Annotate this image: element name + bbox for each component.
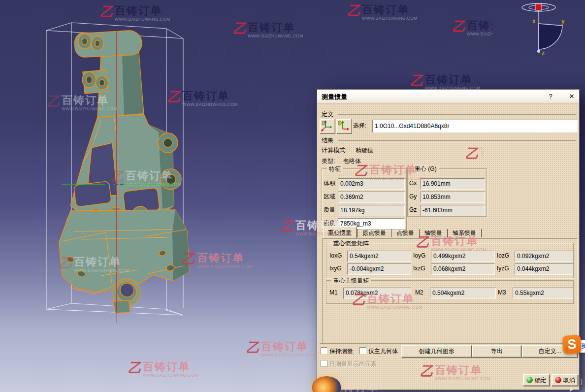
iyzg-label: IyzG (497, 263, 509, 274)
definition-section-label: 定义 (322, 110, 333, 119)
dialog-titlebar[interactable]: 测量惯量 ? ✕ (317, 90, 579, 103)
compass-red-handle (535, 4, 542, 10)
area-label: 区域 (324, 192, 335, 202)
type-value: 包络体 (343, 156, 361, 166)
m3-label: M3 (498, 288, 506, 298)
compass-z-label: z (542, 50, 545, 57)
catia-screenshot: { "watermark": { "logo": "乙", "text": "百… (0, 0, 585, 392)
tab-point-inertia[interactable]: 点惯量 (392, 228, 419, 238)
axis-system-button-1[interactable] (320, 119, 335, 134)
ixyg-label: IxyG (329, 263, 342, 274)
gy-label: Gy (409, 192, 417, 202)
mass-field: 18.197kg (338, 205, 405, 216)
selection-input[interactable]: 1.0G10...Gxd41D880A6qx8r (372, 120, 578, 132)
ioxg-label: IoxG (329, 251, 342, 261)
gx-field: 16.901mm (420, 178, 485, 190)
ixzg-label: IxzG (413, 263, 425, 274)
watermark-clipped: 乙 百铸订单 (465, 147, 483, 165)
main-bodies-only-checkbox[interactable] (359, 347, 366, 354)
result-section-label: 结果 (322, 136, 333, 145)
m2-field: 0.504kgxm2 (430, 288, 496, 299)
translator-s-badge[interactable]: S (562, 335, 582, 354)
tab-axis-inertia[interactable]: 轴惯量 (420, 228, 447, 238)
baizhu-logo-icon: 乙 (465, 147, 479, 161)
tab-separator (419, 229, 420, 237)
help-button[interactable]: ? (546, 92, 555, 101)
iyzg-field: 0.044kgxm2 (515, 263, 573, 275)
m1-label: M1 (329, 288, 338, 298)
definition-divider (338, 114, 576, 116)
axis-system-icon-1 (320, 119, 334, 132)
m2-label: M2 (415, 288, 423, 298)
principal-moments-label: 重心主惯量矩 (331, 277, 371, 285)
characteristics-label: 特征 (327, 165, 343, 173)
inertia-matrix-label: 重心惯量矩阵 (331, 239, 371, 248)
compass-y-label: y (561, 18, 565, 25)
mass-label: 质量 (324, 205, 335, 215)
visible-only-label: 只测量显示的元素 (329, 360, 377, 368)
tab-separator (357, 229, 358, 237)
iozg-field: 0.092kgxm2 (515, 251, 573, 262)
gz-field: -61.603mm (420, 205, 485, 216)
baizhu-logo-icon: 乙 (452, 20, 465, 33)
dialog-title: 测量惯量 (322, 93, 347, 101)
compass-x-label: x (532, 18, 536, 25)
ixyg-field: -0.004kgxm2 (347, 263, 411, 275)
keep-measure-label: 保持测量 (329, 347, 353, 356)
inertia-tabs: 重心惯量 原点惯量 点惯量 轴惯量 轴系惯量 (323, 228, 482, 238)
volume-label: 体积 (324, 178, 335, 189)
ioyg-label: IoyG (413, 251, 425, 261)
cancel-red-sphere-icon (555, 377, 561, 383)
tab-separator (447, 229, 448, 237)
gz-label: Gz (409, 205, 417, 215)
calc-mode-label: 计算模式: (322, 145, 347, 156)
tab-separator (391, 229, 391, 237)
axis-system-icon-2 (337, 119, 351, 132)
ioyg-field: 0.499kgxm2 (431, 251, 495, 262)
iozg-label: IozG (497, 251, 509, 261)
area-field: 0.369m2 (338, 192, 405, 203)
axis-system-button-2[interactable] (336, 119, 352, 134)
compass (522, 3, 562, 53)
ok-green-sphere-icon (526, 377, 533, 383)
select-label: 选择: (353, 121, 366, 131)
gy-field: 10.853mm (420, 192, 485, 203)
corner-bracket-glyph: ⟩ (580, 377, 583, 386)
tab-axis-system-inertia[interactable]: 轴系惯量 (448, 228, 481, 238)
m1-field: 0.078kgxm2 (343, 288, 411, 299)
tab-separator (481, 229, 482, 237)
ioxg-field: 0.54kgxm2 (347, 251, 411, 262)
gx-label: Gx (409, 178, 417, 189)
tab-origin-inertia[interactable]: 原点惯量 (358, 228, 390, 238)
export-button[interactable]: 导出 (472, 345, 521, 358)
visible-only-checkbox (321, 360, 327, 367)
gravity-label: 重心 (G) (413, 165, 439, 173)
ok-button[interactable]: 确定 (523, 374, 550, 386)
create-geometry-button[interactable]: 创建几何图形 (401, 345, 472, 358)
close-button[interactable]: ✕ (567, 92, 576, 101)
volume-field: 0.002m3 (338, 178, 405, 190)
measure-inertia-dialog: 测量惯量 ? ✕ 定义 选择: 1.0G10...Gxd41D880A6qx8r… (317, 89, 580, 390)
ixzg-field: 0.068kgxm2 (431, 263, 495, 275)
watermark-clipped: 乙 百铸订单WWW.BAIZHUWANG.COM (452, 20, 492, 39)
main-bodies-only-label: 仅主几何体 (368, 347, 398, 356)
tab-gravity-inertia[interactable]: 重心惯量 (323, 227, 357, 238)
m3-field: 0.55kgxm2 (513, 288, 573, 299)
cancel-button[interactable]: 取消 (552, 374, 578, 386)
calc-mode-value: 精确值 (356, 145, 373, 156)
result-divider (338, 140, 576, 142)
keep-measure-checkbox[interactable] (321, 347, 327, 354)
